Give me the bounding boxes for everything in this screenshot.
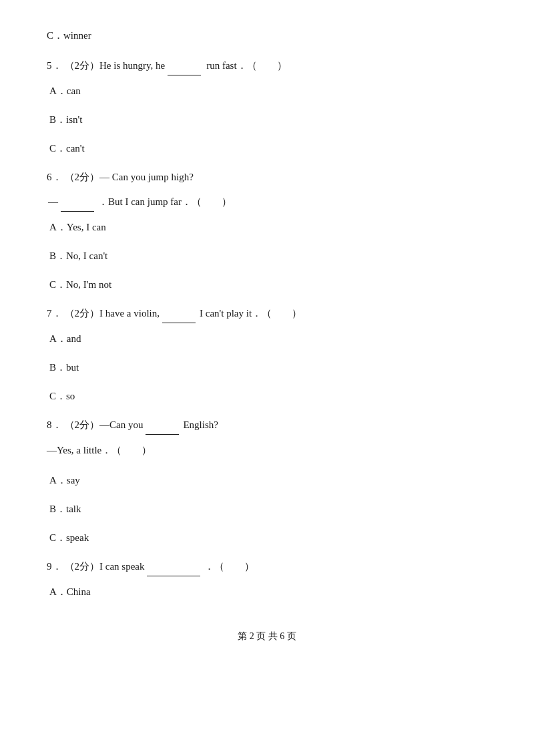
q7-option-a: A．and [47, 330, 487, 348]
question-6-part2: — ．But I can jump far．（ ） [47, 193, 487, 212]
q7-blank [162, 305, 196, 323]
q8-option-a: A．say [47, 471, 487, 490]
question-8: 8． （2分）—Can you English? [47, 416, 487, 435]
option-c-winner: C．winner [47, 27, 487, 45]
q5-option-a: A．can [47, 82, 487, 100]
question-8-line2: —Yes, a little．（ ） [47, 441, 487, 459]
q9-option-a: A．China [47, 583, 487, 601]
q7-option-b: B．but [47, 359, 487, 377]
question-7: 7． （2分）I have a violin, I can't play it．… [47, 305, 487, 323]
question-9: 9． （2分）I can speak ．（ ） [47, 558, 487, 576]
q5-option-c: C．can't [47, 140, 487, 158]
q9-blank [147, 558, 200, 576]
q8-blank [146, 416, 179, 435]
q6-option-a: A．Yes, I can [47, 218, 487, 236]
q7-option-c: C．so [47, 387, 487, 405]
q5-blank [168, 57, 201, 75]
q5-option-b: B．isn't [47, 111, 487, 129]
question-5: 5． （2分）He is hungry, he run fast．（ ） [47, 57, 487, 75]
question-6: 6． （2分）— Can you jump high? [47, 168, 487, 186]
page-footer: 第 2 页 共 6 页 [47, 628, 487, 644]
q6-blank [61, 193, 94, 212]
q8-option-c: C．speak [47, 529, 487, 547]
q6-option-b: B．No, I can't [47, 247, 487, 265]
q6-option-c: C．No, I'm not [47, 276, 487, 294]
q8-option-b: B．talk [47, 500, 487, 518]
